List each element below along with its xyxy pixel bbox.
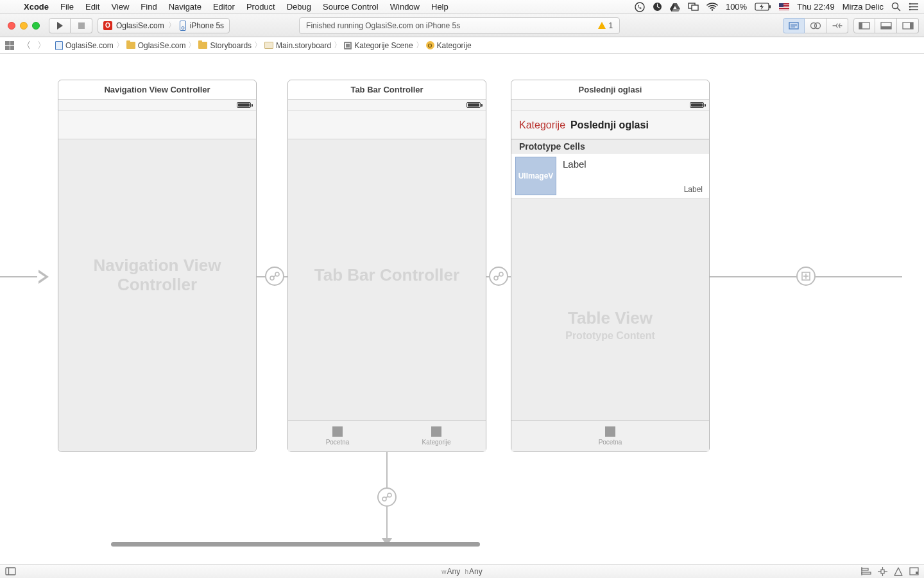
- cell-label-primary[interactable]: Label: [563, 159, 586, 170]
- crumb-storyboard[interactable]: Main.storyboard: [263, 41, 332, 50]
- related-items-icon[interactable]: [5, 41, 14, 50]
- resolve-issues-button[interactable]: [894, 567, 903, 576]
- stop-button[interactable]: [71, 18, 92, 33]
- tab-item-kategorije[interactable]: Kategorije: [387, 421, 486, 451]
- xcode-toolbar: O OglasiSe.com 〉 iPhone 5s Finished runn…: [0, 14, 924, 37]
- chevron-icon: 〉: [115, 40, 125, 51]
- utilities-toggle-button[interactable]: [897, 18, 919, 33]
- tab-bar[interactable]: Pocetna: [511, 420, 709, 451]
- nav-title[interactable]: Poslednji oglasi: [570, 119, 649, 131]
- segue-badge-icon[interactable]: [377, 487, 397, 507]
- scene-navigation-controller[interactable]: Navigation View Controller Navigation Vi…: [58, 80, 257, 452]
- object-icon: O: [426, 41, 434, 49]
- svg-rect-50: [916, 572, 918, 574]
- initial-vc-arrow[interactable]: [0, 267, 56, 286]
- menu-help[interactable]: Help: [425, 2, 454, 12]
- menu-source-control[interactable]: Source Control: [317, 2, 384, 12]
- crumb-project[interactable]: OglasiSe.com: [54, 41, 115, 50]
- svg-point-14: [909, 9, 911, 10]
- version-editor-button[interactable]: [826, 18, 848, 33]
- placeholder-text: Tab Bar Controller: [288, 100, 486, 451]
- iphone-device-icon: [180, 21, 186, 31]
- svg-rect-41: [862, 568, 868, 570]
- battery-icon: [690, 102, 704, 108]
- crumb-folder[interactable]: Storyboards: [197, 41, 253, 50]
- back-button[interactable]: 〈: [19, 40, 33, 51]
- cell-label-secondary[interactable]: Label: [684, 185, 703, 194]
- scheme-selector[interactable]: O OglasiSe.com 〉 iPhone 5s: [98, 18, 230, 33]
- tab-icon: [332, 426, 343, 437]
- navigator-toggle-button[interactable]: [853, 18, 875, 33]
- spotlight-icon[interactable]: [891, 2, 901, 12]
- align-tool-button[interactable]: [861, 567, 871, 576]
- svg-line-32: [386, 496, 388, 498]
- view-toggles-segmented: [853, 18, 919, 33]
- menu-editor[interactable]: Editor: [207, 2, 241, 12]
- crumb-group[interactable]: OglasiSe.com: [125, 41, 187, 50]
- tab-item-pocetna[interactable]: Pocetna: [511, 421, 709, 451]
- tab-bar[interactable]: Pocetna Kategorije: [288, 420, 486, 451]
- prototype-cell[interactable]: UIImageV Label Label: [511, 153, 709, 198]
- resizing-tool-button[interactable]: [909, 567, 919, 576]
- notification-center-icon[interactable]: [909, 3, 919, 11]
- close-window-button[interactable]: [8, 22, 15, 30]
- zoom-window-button[interactable]: [32, 22, 40, 30]
- pin-tool-button[interactable]: [878, 567, 887, 576]
- svg-rect-24: [881, 26, 891, 29]
- back-button-label[interactable]: Kategorije: [519, 119, 565, 131]
- wifi-icon[interactable]: [706, 3, 718, 11]
- scheme-target: OglasiSe.com: [116, 21, 164, 30]
- menu-file[interactable]: File: [55, 2, 80, 12]
- viber-icon[interactable]: [635, 2, 645, 12]
- menu-edit[interactable]: Edit: [80, 2, 105, 12]
- tab-label: Pocetna: [326, 439, 350, 446]
- debug-area-toggle-button[interactable]: [875, 18, 897, 33]
- horizontal-scrollbar[interactable]: [111, 542, 480, 547]
- crumb-scene[interactable]: Kategorije Scene: [343, 41, 414, 50]
- editor-mode-segmented: [783, 18, 848, 33]
- forward-button[interactable]: 〉: [35, 40, 49, 51]
- folder-icon: [198, 42, 207, 49]
- menu-product[interactable]: Product: [241, 2, 281, 12]
- project-icon: [55, 41, 63, 50]
- input-source-flag-icon[interactable]: [779, 3, 789, 10]
- svg-point-20: [814, 22, 820, 28]
- size-class-control[interactable]: wAny hAny: [441, 567, 483, 576]
- menu-find[interactable]: Find: [135, 2, 162, 12]
- svg-line-29: [273, 276, 276, 277]
- google-drive-icon[interactable]: [670, 3, 680, 12]
- ib-canvas[interactable]: Navigation View Controller Navigation Vi…: [0, 54, 924, 564]
- displays-icon[interactable]: [688, 3, 699, 12]
- clock-text[interactable]: Thu 22:49: [797, 2, 835, 12]
- standard-editor-button[interactable]: [783, 18, 805, 33]
- segue-badge-icon[interactable]: [265, 267, 284, 286]
- clock-widget-icon[interactable]: [653, 2, 662, 12]
- app-menu[interactable]: Xcode: [18, 2, 55, 12]
- segue-badge-icon[interactable]: [489, 267, 508, 286]
- tab-item-pocetna[interactable]: Pocetna: [288, 421, 387, 451]
- segue-badge-icon[interactable]: [796, 267, 816, 286]
- menu-view[interactable]: View: [105, 2, 135, 12]
- uiimageview-placeholder[interactable]: UIImageV: [515, 157, 556, 195]
- scene-title[interactable]: Navigation View Controller: [58, 80, 256, 100]
- svg-rect-22: [859, 22, 862, 29]
- assistant-editor-button[interactable]: [805, 18, 826, 33]
- activity-viewer[interactable]: Finished running OglasiSe.com on iPhone …: [299, 17, 620, 34]
- menu-window[interactable]: Window: [384, 2, 425, 12]
- menu-debug[interactable]: Debug: [281, 2, 317, 12]
- scene-poslednji-oglasi[interactable]: Poslednji oglasi Kategorije Poslednji og…: [511, 80, 710, 452]
- navigation-bar[interactable]: Kategorije Poslednji oglasi: [511, 111, 709, 139]
- run-button[interactable]: [49, 18, 71, 33]
- minimize-window-button[interactable]: [20, 22, 28, 30]
- crumb-object[interactable]: OKategorije: [425, 41, 473, 50]
- scene-tab-bar-controller[interactable]: Tab Bar Controller Tab Bar Controller Po…: [287, 80, 486, 452]
- chevron-right-icon: 〉: [168, 20, 176, 31]
- crumb-label: Kategorije: [437, 41, 472, 50]
- scene-title[interactable]: Poslednji oglasi: [511, 80, 709, 100]
- outline-toggle-button[interactable]: [5, 567, 16, 575]
- issues-indicator[interactable]: 1: [598, 21, 613, 30]
- scene-title[interactable]: Tab Bar Controller: [288, 80, 486, 100]
- menu-navigate[interactable]: Navigate: [163, 2, 207, 12]
- battery-icon[interactable]: [755, 3, 771, 11]
- user-name[interactable]: Mirza Delic: [843, 2, 884, 12]
